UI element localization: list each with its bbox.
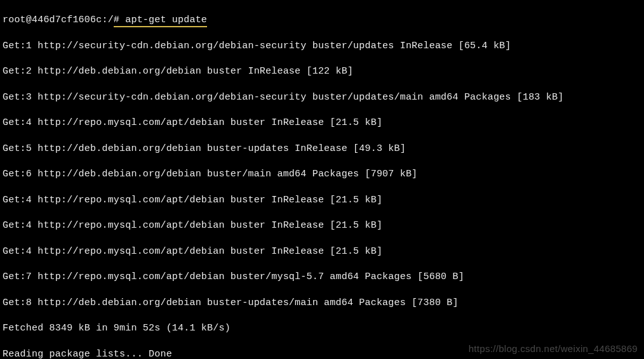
watermark-text: https://blog.csdn.net/weixin_44685869 — [469, 343, 638, 355]
prompt-line-1: root@446d7cf1606c:/# apt-get update — [3, 14, 641, 27]
output-line: Fetched 8349 kB in 9min 52s (14.1 kB/s) — [3, 322, 641, 335]
output-line: Get:8 http://deb.debian.org/debian buste… — [3, 297, 641, 310]
output-line: Get:6 http://deb.debian.org/debian buste… — [3, 168, 641, 181]
output-line: Get:7 http://repo.mysql.com/apt/debian b… — [3, 271, 641, 284]
output-line: Get:5 http://deb.debian.org/debian buste… — [3, 143, 641, 155]
output-line: Get:4 http://repo.mysql.com/apt/debian b… — [3, 117, 641, 129]
output-line: Get:4 http://repo.mysql.com/apt/debian b… — [3, 245, 641, 258]
output-line: Get:4 http://repo.mysql.com/apt/debian b… — [3, 194, 641, 207]
output-line: Get:1 http://security-cdn.debian.org/deb… — [3, 40, 641, 53]
output-line: Get:3 http://security-cdn.debian.org/deb… — [3, 91, 641, 104]
command-1: # apt-get update — [114, 15, 207, 27]
terminal-output[interactable]: root@446d7cf1606c:/# apt-get update Get:… — [0, 0, 644, 359]
prompt-prefix: root@446d7cf1606c:/ — [3, 15, 114, 25]
output-line: Get:4 http://repo.mysql.com/apt/debian b… — [3, 219, 641, 232]
output-line: Get:2 http://deb.debian.org/debian buste… — [3, 65, 641, 78]
